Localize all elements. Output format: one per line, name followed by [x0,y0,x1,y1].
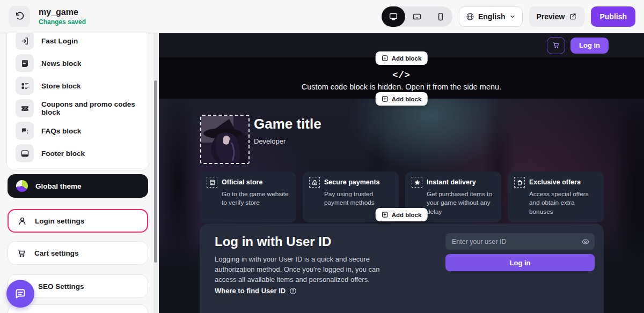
feature-description: Pay using trusted payment methods [324,190,392,207]
site-preview-canvas: Log in </> Custom code block is hidden. … [159,33,644,313]
add-block-label: Add block [392,212,422,218]
sidebar-item-label: Cart settings [34,249,79,257]
undo-icon [14,11,25,21]
sidebar-item-label: Store block [41,82,81,90]
plus-square-icon [382,95,389,102]
gift-icon [514,177,525,188]
cart-icon [17,248,27,258]
news-icon [16,54,34,72]
feature-card-official-store[interactable]: Official store Go to the game website to… [200,172,296,222]
sidebar-item-label: FAQs block [41,127,81,135]
plus-square-icon [382,55,389,62]
where-to-find-userid-link[interactable]: Where to find User ID [215,287,297,295]
preview-label: Preview [537,12,565,21]
sidebar-item-store-block[interactable]: Store block [11,74,144,97]
custom-code-notice: Custom code block is hidden. Open it fro… [302,83,501,91]
feature-description: Access special offers and obtain extra b… [529,190,597,216]
theme-color-icon [16,180,28,192]
question-circle-icon [289,287,297,295]
project-title: my_game [39,8,86,17]
sidebar-item-label: Footer block [41,150,85,158]
footer-icon [16,144,34,162]
editor-sidebar: Fast Login News block Store block [0,33,159,313]
sidebar-scrollbar[interactable] [153,33,158,313]
undo-button[interactable] [9,6,30,27]
login-section-description: Logging in with your User ID is a quick … [215,255,400,285]
sidebar-item-label: News block [41,59,81,68]
feature-title: Official store [222,178,262,186]
login-form: Log in [445,233,595,271]
faq-icon [16,122,34,140]
chevron-down-icon [509,13,516,20]
game-avatar[interactable] [200,115,250,164]
site-cart-button[interactable] [547,37,565,54]
add-block-label: Add block [392,55,422,62]
sidebar-scrollbar-thumb[interactable] [154,80,157,263]
feature-card-exclusive-offers[interactable]: Exclusive offers Access special offers a… [508,172,604,222]
chat-fab-icon [14,287,27,300]
save-status: Changes saved [39,18,86,26]
support-chat-fab[interactable] [6,280,34,308]
globe-icon [466,12,474,21]
game-title[interactable]: Game title [254,116,321,132]
tablet-icon [412,12,422,21]
feature-title: Instant delivery [427,178,476,186]
user-id-input[interactable] [445,233,595,250]
feature-description: Go to the game website to verify store [222,190,290,207]
publish-button[interactable]: Publish [591,6,635,27]
language-selector[interactable]: English [459,6,523,27]
fast-login-icon [16,33,34,50]
game-developer[interactable]: Developer [254,137,286,145]
device-mobile-button[interactable] [429,6,452,27]
eye-icon[interactable] [581,237,590,247]
code-icon: </> [392,70,411,80]
store-grid-icon [16,77,34,95]
editor-topbar: my_game Changes saved [0,0,644,33]
sidebar-item-label: SEO Settings [38,282,84,290]
add-block-button[interactable]: Add block [376,208,428,221]
star-icon [412,177,422,188]
sidebar-item-label: Login settings [35,217,84,225]
sidebar-item-label: Fast Login [41,37,78,45]
sidebar-item-label: Global theme [35,182,82,190]
userid-login-button[interactable]: Log in [445,254,595,271]
device-toggle [382,6,452,27]
login-section-title: Log in with User ID [215,234,331,249]
plus-square-icon [382,211,389,218]
sidebar-item-faqs-block[interactable]: FAQs block [11,120,144,142]
feature-description: Get purchased items to your game without… [427,190,495,216]
desktop-icon [389,12,398,21]
sidebar-item-label: Coupons and promo codes block [41,100,140,116]
link-label: Where to find User ID [215,287,286,295]
login-with-userid-section: Log in with User ID Logging in with your… [200,223,604,313]
feature-title: Secure payments [324,178,380,186]
add-block-button[interactable]: Add block [376,92,428,106]
user-icon [17,216,27,226]
sidebar-item-cart-settings[interactable]: Cart settings [8,241,148,265]
sidebar-item-fast-login[interactable]: Fast Login [11,33,144,52]
sidebar-item-global-theme[interactable]: Global theme [8,174,148,198]
add-block-label: Add block [392,96,422,102]
sidebar-item-login-settings[interactable]: Login settings [8,209,148,233]
blocks-list-card: Fast Login News block Store block [6,33,149,170]
site-login-button[interactable]: Log in [570,38,609,54]
language-label: English [478,12,506,21]
mobile-icon [436,12,445,21]
add-block-button[interactable]: Add block [376,51,428,65]
sidebar-item-footer-block[interactable]: Footer block [11,142,144,165]
preview-button[interactable]: Preview [529,6,585,27]
sidebar-item-partial[interactable] [8,304,148,313]
sidebar-item-coupons-block[interactable]: Coupons and promo codes block [11,97,144,120]
feature-title: Exclusive offers [529,178,581,186]
device-desktop-button[interactable] [382,6,405,27]
storefront-icon [207,177,217,188]
coupon-icon [16,99,34,117]
lock-icon [309,177,320,188]
cart-icon [552,41,560,49]
witch-artwork [201,116,250,164]
external-link-icon [569,12,577,20]
sidebar-item-news-block[interactable]: News block [11,52,144,74]
device-tablet-button[interactable] [405,6,429,27]
